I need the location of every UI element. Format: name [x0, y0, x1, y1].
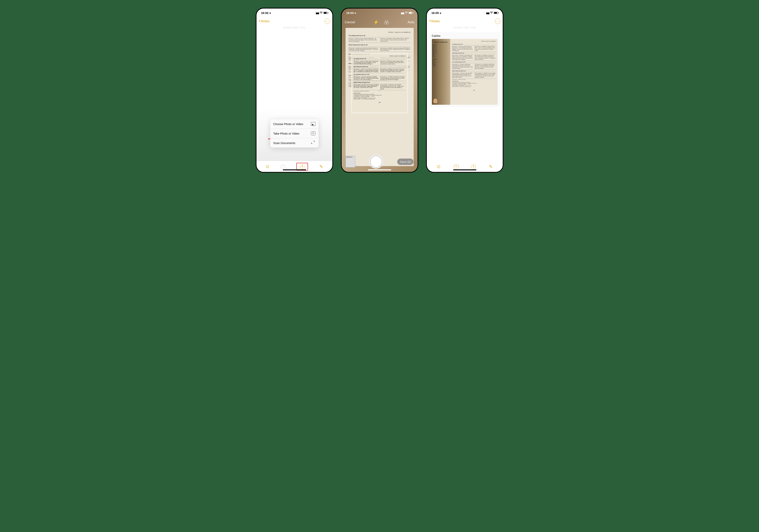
- note-author: Carlos:: [432, 34, 498, 37]
- section-1-left: We use try + -ing form to mean 'make an …: [349, 38, 379, 42]
- back-button[interactable]: Notes: [429, 20, 440, 23]
- compose-button[interactable]: [488, 164, 494, 169]
- save-button[interactable]: Save (6): [397, 159, 414, 165]
- left-page-header: ДИАЛОГ. ГРАММАТИКА: [433, 42, 450, 43]
- markup-button[interactable]: [471, 164, 476, 169]
- section-1-right: We use try + to infinitive to mean 'make…: [380, 38, 411, 42]
- back-label: Notes: [261, 20, 269, 23]
- scan-documents-label: Scan Documents: [273, 141, 296, 144]
- note-date: 18 March 2023, 16:05: [427, 26, 503, 29]
- section-2-right: We use stop + to infinitive to say why w…: [380, 47, 411, 52]
- status-time: 16:05: [431, 11, 439, 15]
- phone-screen-1: 16:02 Notes 18 March 2023, 16:01 Choose …: [256, 8, 333, 173]
- thumb-holding-book: [433, 99, 437, 103]
- camera-button[interactable]: [454, 165, 459, 169]
- status-time: 16:04: [346, 11, 354, 15]
- scanned-right-page: 88 Verb + -ing form or to infinitive (2)…: [450, 39, 498, 105]
- chevron-left-icon: [429, 20, 431, 23]
- signal-icon: [401, 11, 404, 15]
- home-indicator[interactable]: [453, 169, 476, 170]
- battery-icon: [323, 12, 328, 14]
- section-2-left: We use stop + -ing form to say what we d…: [349, 47, 379, 52]
- page-header: 88 Verb + -ing form or to infinitive (2): [349, 31, 411, 33]
- scanned-document[interactable]: ДИАЛОГ. ГРАММАТИКА Карина: А ши Карлос: …: [432, 39, 498, 105]
- scanner-nav: Cancel Auto: [342, 17, 418, 27]
- scanner-controls: Try doing and try to do Stop doing and s…: [342, 155, 418, 168]
- checklist-button[interactable]: [436, 164, 441, 169]
- more-button[interactable]: [495, 19, 500, 24]
- scan-detection-overlay: 88 Verb + -ing form or to infinitive (2)…: [351, 53, 408, 113]
- scan-thumbnail[interactable]: Try doing and try to do Stop doing and s…: [345, 156, 355, 167]
- take-photo-label: Take Photo or Video: [273, 132, 300, 135]
- wifi-icon: [405, 11, 408, 15]
- note-content-area: Choose Photo or Video Take Photo or Vide…: [257, 29, 332, 161]
- scan-documents-item[interactable]: Scan Documents: [270, 138, 319, 147]
- location-icon: [440, 11, 442, 15]
- battery-icon: [409, 12, 413, 14]
- take-photo-item[interactable]: Take Photo or Video: [270, 129, 319, 138]
- note-attachment-card[interactable]: Carlos: ДИАЛОГ. ГРАММАТИКА Карина: А ши …: [430, 32, 499, 107]
- shutter-button[interactable]: [370, 155, 382, 168]
- document-scan-icon: [311, 141, 315, 145]
- status-bar: 16:04: [342, 9, 418, 17]
- location-icon: [269, 11, 271, 15]
- chevron-left-icon: [259, 20, 260, 23]
- filters-icon[interactable]: [384, 20, 389, 24]
- svg-point-0: [321, 13, 321, 14]
- camera-button[interactable]: [281, 165, 286, 169]
- auto-button[interactable]: Auto: [408, 20, 415, 24]
- cancel-button[interactable]: Cancel: [345, 20, 355, 24]
- home-indicator[interactable]: [283, 169, 306, 170]
- signal-icon: [316, 11, 319, 15]
- svg-point-2: [491, 13, 492, 14]
- status-bar: 16:05: [427, 9, 503, 17]
- nav-bar: Notes: [427, 17, 503, 25]
- status-time: 16:02: [261, 11, 268, 15]
- back-label: Notes: [431, 20, 440, 23]
- home-indicator[interactable]: [368, 169, 391, 170]
- back-button[interactable]: Notes: [259, 20, 270, 23]
- scanned-left-page: ДИАЛОГ. ГРАММАТИКА Карина: А ши Карлос: …: [432, 39, 450, 105]
- location-icon: [354, 11, 356, 15]
- wifi-icon: [320, 11, 323, 15]
- section-2-title: Stop doing and stop to do: [349, 44, 411, 46]
- section-1-title: Try doing and try to do: [349, 35, 411, 37]
- note-date: 18 March 2023, 16:01: [257, 26, 332, 29]
- camera-viewfinder: 88 Verb + -ing form or to infinitive (2)…: [342, 9, 418, 172]
- attachment-menu: Choose Photo or Video Take Photo or Vide…: [270, 119, 319, 147]
- phone-screen-2: 88 Verb + -ing form or to infinitive (2)…: [341, 8, 418, 173]
- phone-screen-3: 16:05 Notes 18 March 2023, 16:05 Carlos:…: [426, 8, 503, 173]
- battery-icon: [494, 12, 498, 14]
- choose-photo-label: Choose Photo or Video: [273, 122, 303, 126]
- save-label: Save (6): [400, 160, 411, 163]
- svg-point-1: [406, 13, 407, 14]
- more-button[interactable]: [325, 19, 330, 24]
- signal-icon: [486, 11, 489, 15]
- photo-library-icon: [311, 122, 315, 126]
- choose-photo-item[interactable]: Choose Photo or Video: [270, 119, 319, 129]
- wifi-icon: [490, 11, 493, 15]
- note-content: Carlos: ДИАЛОГ. ГРАММАТИКА Карина: А ши …: [427, 29, 503, 161]
- status-bar: 16:02: [257, 9, 332, 17]
- flash-icon[interactable]: [374, 20, 379, 25]
- checklist-button[interactable]: [265, 164, 270, 169]
- markup-icon: [300, 164, 304, 169]
- camera-icon: [311, 132, 315, 135]
- nav-bar: Notes: [257, 17, 332, 25]
- compose-button[interactable]: [318, 164, 324, 169]
